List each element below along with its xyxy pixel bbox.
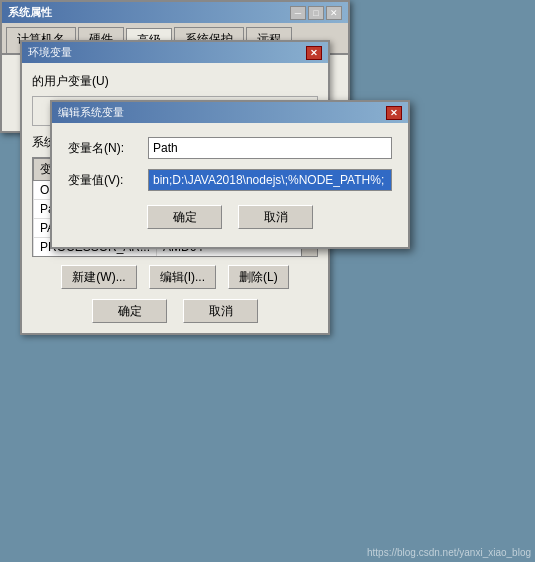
- env-vars-titlebar: 环境变量 ✕: [22, 42, 328, 63]
- edit-var-buttons: 确定 取消: [68, 205, 392, 233]
- maximize-btn[interactable]: □: [308, 6, 324, 20]
- var-value-label: 变量值(V):: [68, 172, 148, 189]
- sys-props-titlebar: 系统属性 ─ □ ✕: [2, 2, 348, 23]
- edit-var-btn[interactable]: 编辑(I)...: [149, 265, 216, 289]
- edit-var-content: 变量名(N): 变量值(V): 确定 取消: [52, 123, 408, 247]
- win-controls: ─ □ ✕: [290, 6, 342, 20]
- sys-vars-buttons: 新建(W)... 编辑(I)... 删除(L): [32, 265, 318, 289]
- edit-var-dialog: 编辑系统变量 ✕ 变量名(N): 变量值(V): 确定 取消: [50, 100, 410, 249]
- var-name-input[interactable]: [148, 137, 392, 159]
- var-value-input[interactable]: [148, 169, 392, 191]
- user-vars-label: 的用户变量(U): [32, 73, 318, 90]
- env-vars-title: 环境变量: [28, 45, 72, 60]
- var-value-row: 变量值(V):: [68, 169, 392, 191]
- edit-var-ok-btn[interactable]: 确定: [147, 205, 222, 229]
- delete-var-btn[interactable]: 删除(L): [228, 265, 289, 289]
- env-ok-btn[interactable]: 确定: [92, 299, 167, 323]
- sys-props-title: 系统属性: [8, 5, 52, 20]
- env-vars-close-btn[interactable]: ✕: [306, 46, 322, 60]
- minimize-btn[interactable]: ─: [290, 6, 306, 20]
- var-name-row: 变量名(N):: [68, 137, 392, 159]
- new-var-btn[interactable]: 新建(W)...: [61, 265, 136, 289]
- var-name-label: 变量名(N):: [68, 140, 148, 157]
- edit-var-cancel-btn[interactable]: 取消: [238, 205, 313, 229]
- watermark: https://blog.csdn.net/yanxi_xiao_blog: [367, 547, 531, 558]
- env-confirm-row: 确定 取消: [32, 299, 318, 323]
- edit-var-close-btn[interactable]: ✕: [386, 106, 402, 120]
- edit-var-title: 编辑系统变量: [58, 105, 124, 120]
- close-btn[interactable]: ✕: [326, 6, 342, 20]
- env-cancel-btn[interactable]: 取消: [183, 299, 258, 323]
- edit-var-titlebar: 编辑系统变量 ✕: [52, 102, 408, 123]
